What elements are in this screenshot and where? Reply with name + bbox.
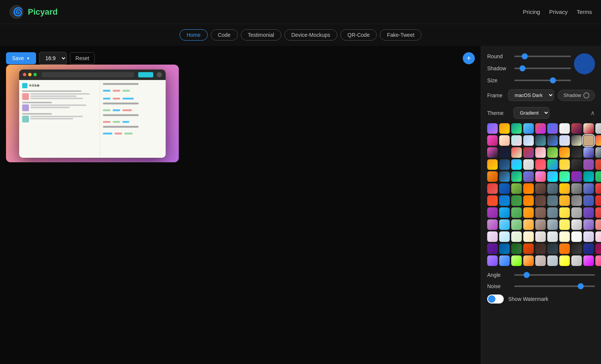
swatch[interactable] — [523, 219, 534, 230]
swatch[interactable] — [523, 207, 534, 218]
tab-testimonial[interactable]: Testimonial — [241, 29, 281, 41]
swatch[interactable] — [547, 195, 558, 206]
swatch[interactable] — [523, 231, 534, 242]
swatch[interactable] — [547, 243, 558, 254]
swatch[interactable] — [547, 147, 558, 158]
swatch[interactable] — [559, 219, 570, 230]
theme-collapse-btn[interactable]: ∧ — [590, 109, 595, 116]
swatch[interactable] — [535, 195, 546, 206]
ratio-select[interactable]: 16:9 4:3 1:1 — [39, 52, 67, 65]
swatch[interactable] — [523, 243, 534, 254]
swatch[interactable] — [511, 171, 522, 182]
shadow-slider[interactable] — [514, 68, 571, 69]
swatch[interactable] — [571, 255, 582, 266]
angle-slider[interactable] — [514, 274, 595, 276]
swatch[interactable] — [595, 219, 601, 230]
tab-device-mockups[interactable]: Device-Mockups — [284, 29, 337, 41]
swatch[interactable] — [499, 183, 510, 194]
swatch[interactable] — [511, 195, 522, 206]
swatch[interactable] — [511, 183, 522, 194]
size-slider[interactable] — [514, 80, 571, 81]
swatch[interactable] — [499, 171, 510, 182]
swatch[interactable] — [583, 183, 594, 194]
swatch[interactable] — [487, 147, 498, 158]
swatch[interactable] — [523, 195, 534, 206]
swatch[interactable] — [571, 171, 582, 182]
swatch[interactable] — [487, 159, 498, 170]
swatch[interactable] — [583, 123, 594, 134]
swatch[interactable] — [583, 147, 594, 158]
swatch[interactable] — [535, 183, 546, 194]
swatch[interactable] — [583, 195, 594, 206]
swatch[interactable] — [535, 255, 546, 266]
swatch[interactable] — [487, 255, 498, 266]
swatch[interactable] — [571, 219, 582, 230]
swatch[interactable] — [511, 123, 522, 134]
swatch[interactable] — [487, 243, 498, 254]
swatch[interactable] — [559, 255, 570, 266]
swatch[interactable] — [583, 219, 594, 230]
noise-slider[interactable] — [514, 285, 595, 287]
swatch[interactable] — [487, 183, 498, 194]
swatch[interactable] — [571, 207, 582, 218]
swatch[interactable] — [547, 123, 558, 134]
swatch[interactable] — [499, 135, 510, 146]
swatch[interactable] — [511, 147, 522, 158]
swatch[interactable] — [559, 147, 570, 158]
swatch[interactable] — [523, 171, 534, 182]
swatch[interactable] — [499, 147, 510, 158]
swatch[interactable] — [595, 123, 601, 134]
swatch[interactable] — [595, 171, 601, 182]
swatch[interactable] — [559, 231, 570, 242]
swatch[interactable] — [487, 135, 498, 146]
swatch[interactable] — [583, 231, 594, 242]
swatch[interactable] — [595, 147, 601, 158]
swatch[interactable] — [535, 135, 546, 146]
swatch[interactable] — [523, 255, 534, 266]
swatch[interactable] — [511, 207, 522, 218]
frame-select[interactable]: macOS Dark macOS Light Windows None — [508, 89, 554, 101]
swatch[interactable] — [547, 171, 558, 182]
reset-button[interactable]: Reset — [70, 52, 95, 64]
swatch[interactable] — [571, 159, 582, 170]
swatch[interactable] — [499, 243, 510, 254]
swatch[interactable] — [535, 207, 546, 218]
swatch[interactable] — [511, 243, 522, 254]
swatch[interactable] — [487, 231, 498, 242]
swatch[interactable] — [547, 135, 558, 146]
swatch[interactable] — [499, 207, 510, 218]
swatch[interactable] — [559, 171, 570, 182]
swatch[interactable] — [487, 195, 498, 206]
swatch[interactable] — [571, 135, 582, 146]
theme-select[interactable]: Gradient Solid Image — [513, 107, 550, 119]
swatch[interactable] — [571, 147, 582, 158]
swatch[interactable] — [523, 135, 534, 146]
watermark-toggle[interactable] — [487, 295, 504, 304]
swatch[interactable] — [499, 219, 510, 230]
swatch[interactable] — [499, 159, 510, 170]
swatch[interactable] — [583, 171, 594, 182]
swatch[interactable] — [583, 207, 594, 218]
tab-qr-code[interactable]: QR-Code — [340, 29, 377, 41]
swatch[interactable] — [559, 195, 570, 206]
swatch[interactable] — [511, 159, 522, 170]
swatch[interactable] — [583, 159, 594, 170]
swatch[interactable] — [523, 183, 534, 194]
swatch[interactable] — [571, 243, 582, 254]
nav-privacy[interactable]: Privacy — [549, 9, 568, 15]
swatch[interactable] — [487, 219, 498, 230]
swatch[interactable] — [523, 123, 534, 134]
round-slider[interactable] — [514, 56, 571, 57]
swatch[interactable] — [559, 123, 570, 134]
swatch[interactable] — [547, 207, 558, 218]
swatch[interactable] — [547, 183, 558, 194]
swatch[interactable] — [499, 255, 510, 266]
swatch[interactable] — [487, 207, 498, 218]
swatch[interactable] — [535, 159, 546, 170]
swatch[interactable] — [535, 147, 546, 158]
shadow-toggle-btn[interactable]: Shadow — [558, 90, 595, 101]
swatch[interactable] — [595, 231, 601, 242]
swatch[interactable] — [535, 219, 546, 230]
swatch[interactable] — [595, 207, 601, 218]
swatch[interactable] — [571, 195, 582, 206]
